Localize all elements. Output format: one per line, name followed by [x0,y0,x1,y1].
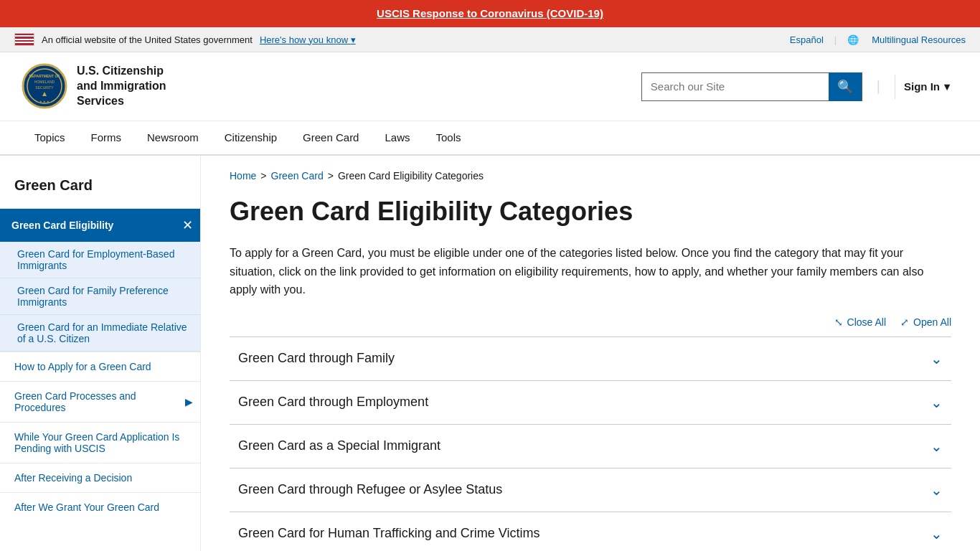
nav-forms[interactable]: Forms [78,121,135,156]
chevron-down-icon: ⌄ [930,350,943,367]
covid-banner: USCIS Response to Coronavirus (COVID-19) [0,0,980,27]
logo-name: U.S. Citizenship and Immigration Service… [77,64,166,108]
covid-banner-link[interactable]: USCIS Response to Coronavirus (COVID-19) [377,7,603,19]
how-you-know-link[interactable]: Here's how you know ▾ [260,34,356,45]
español-link[interactable]: Español [790,34,824,45]
accordion-item: Green Card through Family ⌄ [230,336,951,380]
site-header: DEPARTMENT OF HOMELAND SECURITY ★ ★ ★ U.… [0,52,980,121]
chevron-down-icon: ⌄ [930,438,943,455]
sidebar-pending[interactable]: While Your Green Card Application Is Pen… [0,422,200,463]
accordion-header-2[interactable]: Green Card as a Special Immigrant ⌄ [230,425,951,468]
svg-text:SECURITY: SECURITY [35,85,54,90]
accordion-list: Green Card through Family ⌄ Green Card t… [230,336,951,551]
sidebar-processes-expand[interactable]: Green Card Processes and Procedures ▶ [0,381,200,422]
uscis-seal: DEPARTMENT OF HOMELAND SECURITY ★ ★ ★ [22,63,68,110]
nav-tools[interactable]: Tools [423,121,474,156]
sidebar: Green Card Green Card Eligibility ✕ Gree… [0,156,201,551]
sidebar-after-grant[interactable]: After We Grant Your Green Card [0,492,200,522]
svg-text:★ ★ ★: ★ ★ ★ [39,100,50,103]
logo-area: DEPARTMENT OF HOMELAND SECURITY ★ ★ ★ U.… [22,63,166,110]
official-text: An official website of the United States… [42,34,253,45]
accordion-label-2: Green Card as a Special Immigrant [238,438,440,453]
chevron-down-icon: ⌄ [930,525,943,542]
accordion-header-3[interactable]: Green Card through Refugee or Asylee Sta… [230,468,951,512]
breadcrumb: Home > Green Card > Green Card Eligibili… [230,170,951,182]
us-flag-icon [14,33,34,46]
sign-in-label: Sign In [904,80,940,93]
main-content: Home > Green Card > Green Card Eligibili… [201,156,980,551]
breadcrumb-sep1: > [260,170,266,182]
sidebar-title: Green Card [0,170,200,208]
accordion-header-1[interactable]: Green Card through Employment ⌄ [230,381,951,424]
sidebar-section-header[interactable]: Green Card Eligibility ✕ [0,209,200,242]
accordion-label-1: Green Card through Employment [238,395,428,410]
nav-newsroom[interactable]: Newsroom [134,121,212,156]
search-area: 🔍 [641,72,862,101]
accordion-item: Green Card for Human Trafficking and Cri… [230,512,951,551]
accordion-item: Green Card through Employment ⌄ [230,380,951,424]
nav-topics[interactable]: Topics [22,121,78,156]
breadcrumb-sep2: > [328,170,334,182]
header-right: 🔍 | Sign In ▾ [641,72,958,101]
nav-green-card[interactable]: Green Card [290,121,372,156]
chevron-down-icon: ⌄ [930,394,943,411]
nav-citizenship[interactable]: Citizenship [212,121,290,156]
sidebar-item-family-preference[interactable]: Green Card for Family Preference Immigra… [0,278,200,315]
sidebar-eligibility-section: Green Card Eligibility ✕ Green Card for … [0,208,200,352]
svg-text:DEPARTMENT OF: DEPARTMENT OF [29,74,60,78]
breadcrumb-green-card[interactable]: Green Card [271,170,324,182]
sidebar-processes-link[interactable]: Green Card Processes and Procedures [14,390,185,413]
divider: | [834,34,837,45]
intro-text: To apply for a Green Card, you must be e… [230,244,951,299]
chevron-down-icon: ▾ [944,80,950,93]
official-banner-right: Español | Multilingual Resources [790,34,966,45]
accordion-label-3: Green Card through Refugee or Asylee Sta… [238,482,502,497]
expand-icon: ▶ [185,396,193,408]
sidebar-how-to-apply[interactable]: How to Apply for a Green Card [0,352,200,381]
chevron-down-icon: ▾ [351,34,356,45]
sidebar-after-decision[interactable]: After Receiving a Decision [0,463,200,492]
page-layout: Green Card Green Card Eligibility ✕ Gree… [0,156,980,551]
chevron-down-icon: ⌄ [930,481,943,499]
sidebar-toggle-icon: ✕ [182,217,193,233]
official-banner-left: An official website of the United States… [14,33,356,46]
accordion-controls: ⤡ Close All ⤢ Open All [230,316,951,328]
accordion-header-0[interactable]: Green Card through Family ⌄ [230,337,951,380]
sidebar-section-label: Green Card Eligibility [6,220,113,231]
svg-text:HOMELAND: HOMELAND [34,80,55,84]
open-all-label: Open All [913,316,951,328]
accordion-item: Green Card through Refugee or Asylee Sta… [230,468,951,512]
search-button[interactable]: 🔍 [829,72,862,101]
open-all-button[interactable]: ⤢ Open All [900,316,951,328]
globe-icon [847,34,861,45]
page-title: Green Card Eligibility Categories [230,196,951,227]
accordion-label-4: Green Card for Human Trafficking and Cri… [238,526,540,541]
breadcrumb-current: Green Card Eligibility Categories [338,170,484,182]
collapse-icon: ⤡ [834,316,843,328]
nav-laws[interactable]: Laws [372,121,423,156]
accordion-item: Green Card as a Special Immigrant ⌄ [230,424,951,468]
logo-text-block: U.S. Citizenship and Immigration Service… [77,64,166,108]
search-input[interactable] [642,80,829,93]
sign-in-button[interactable]: Sign In ▾ [895,75,958,99]
official-banner: An official website of the United States… [0,27,980,52]
close-all-label: Close All [847,316,886,328]
accordion-header-4[interactable]: Green Card for Human Trafficking and Cri… [230,512,951,551]
search-icon: 🔍 [837,79,853,95]
sidebar-item-employment-based[interactable]: Green Card for Employment-Based Immigran… [0,242,200,278]
close-all-button[interactable]: ⤡ Close All [834,316,886,328]
multilingual-link[interactable]: Multilingual Resources [872,34,966,45]
accordion-label-0: Green Card through Family [238,351,395,366]
breadcrumb-home[interactable]: Home [230,170,256,182]
expand-all-icon: ⤢ [900,316,909,328]
main-nav: Topics Forms Newsroom Citizenship Green … [0,121,980,156]
sidebar-item-immediate-relative[interactable]: Green Card for an Immediate Relative of … [0,315,200,352]
